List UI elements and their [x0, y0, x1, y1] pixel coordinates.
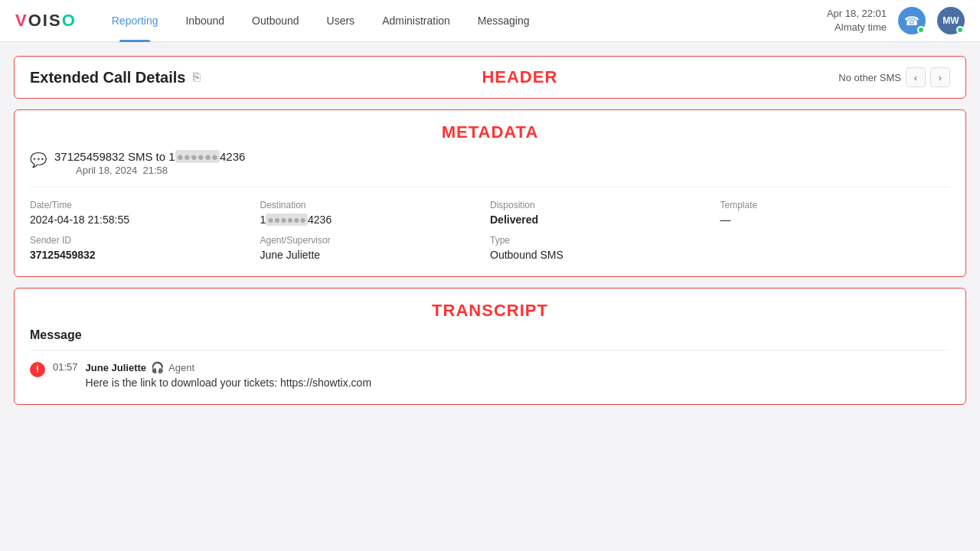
nav-users[interactable]: Users: [313, 0, 369, 42]
avatar[interactable]: MW: [937, 7, 965, 34]
message-text: Here is the link to download your ticket…: [86, 377, 372, 389]
field-datetime-label: Date/Time: [30, 200, 260, 210]
metadata-card: METADATA 💬 37125459832 SMS to 1●●●●●●423…: [14, 109, 966, 277]
field-group-2: Destination 1●●●●●●4236 Agent/Supervisor…: [260, 200, 491, 261]
header-card-left: Extended Call Details ⎘: [30, 69, 201, 86]
field-template-label: Template: [720, 200, 951, 210]
phone-status-dot: [917, 26, 925, 34]
header-card-right: No other SMS ‹ ›: [838, 67, 950, 87]
sms-from-number: 37125459832: [54, 150, 125, 163]
logo-i: I: [43, 11, 47, 31]
header-card: Extended Call Details ⎘ HEADER No other …: [14, 56, 966, 99]
sms-info-title: 37125459832 SMS to 1●●●●●●4236: [54, 150, 245, 163]
field-disposition-value: Delivered: [490, 214, 720, 226]
next-arrow[interactable]: ›: [930, 67, 950, 87]
logo-o: O: [28, 11, 41, 31]
logo-o2: O: [62, 11, 75, 31]
field-type-value: Outbound SMS: [490, 249, 720, 261]
field-agent-value: June Juliette: [260, 249, 491, 261]
nav-administration[interactable]: Administration: [368, 0, 464, 42]
sms-date: April 18, 2024 21:58: [76, 165, 245, 176]
field-destination: Destination 1●●●●●●4236: [260, 200, 491, 226]
nav-messaging[interactable]: Messaging: [464, 0, 544, 42]
field-senderid-label: Sender ID: [30, 235, 260, 246]
avatar-status-dot: [956, 26, 964, 34]
field-senderid: Sender ID 37125459832: [30, 235, 260, 261]
page-title: Extended Call Details: [30, 69, 185, 86]
sms-info: 37125459832 SMS to 1●●●●●●4236 April 18,…: [54, 150, 245, 176]
logo-v: V: [15, 11, 27, 31]
field-datetime: Date/Time 2024-04-18 21:58:55: [30, 200, 260, 226]
nav-reporting[interactable]: Reporting: [98, 0, 172, 42]
timezone: Almaty time: [827, 21, 887, 34]
field-group-4: Template —: [720, 200, 951, 261]
metadata-fields: Date/Time 2024-04-18 21:58:55 Sender ID …: [30, 200, 950, 261]
message-content: June Juliette 🎧 Agent Here is the link t…: [86, 361, 372, 389]
date-time-value: Apr 18, 22:01: [827, 7, 887, 21]
avatar-initials: MW: [942, 15, 959, 26]
metadata-section-label: METADATA: [30, 122, 950, 142]
metadata-divider: [30, 187, 950, 187]
sms-to-text: SMS to 1: [128, 150, 175, 163]
field-datetime-value: 2024-04-18 21:58:55: [30, 214, 260, 226]
logo-s: S: [49, 11, 60, 31]
datetime: Apr 18, 22:01 Almaty time: [827, 7, 887, 34]
field-type-label: Type: [490, 235, 720, 246]
sms-summary: 💬 37125459832 SMS to 1●●●●●●4236 April 1…: [30, 150, 950, 176]
headset-icon: 🎧: [151, 361, 164, 373]
message-timestamp: 01:57: [53, 361, 78, 373]
field-type: Type Outbound SMS: [490, 235, 720, 261]
field-template-value: —: [720, 214, 951, 226]
no-sms-label: No other SMS: [838, 72, 901, 83]
field-group-3: Disposition Delivered Type Outbound SMS: [490, 200, 720, 261]
nav-right: Apr 18, 22:01 Almaty time ☎ MW: [827, 7, 965, 34]
message-row: ! 01:57 June Juliette 🎧 Agent Here is th…: [30, 361, 950, 389]
topnav: VOISO Reporting Inbound Outbound Users A…: [0, 0, 980, 42]
sms-blurred: ●●●●●●: [175, 150, 220, 163]
prev-arrow[interactable]: ‹: [906, 67, 926, 87]
nav-links: Reporting Inbound Outbound Users Adminis…: [98, 0, 827, 42]
error-icon: !: [30, 362, 45, 377]
header-section-label: HEADER: [201, 67, 838, 87]
field-agent-label: Agent/Supervisor: [260, 235, 491, 246]
transcript-card: TRANSCRIPT Message ! 01:57 June Juliette…: [14, 288, 966, 405]
field-disposition: Disposition Delivered: [490, 200, 720, 226]
transcript-header: Message: [30, 328, 950, 342]
field-group-1: Date/Time 2024-04-18 21:58:55 Sender ID …: [30, 200, 260, 261]
phone-button[interactable]: ☎: [898, 7, 926, 34]
dest-blurred: ●●●●●●: [266, 214, 308, 226]
nav-outbound[interactable]: Outbound: [238, 0, 313, 42]
nav-inbound[interactable]: Inbound: [172, 0, 238, 42]
transcript-section-label: TRANSCRIPT: [30, 301, 950, 321]
message-agent-name: June Juliette: [86, 362, 146, 373]
field-agent: Agent/Supervisor June Juliette: [260, 235, 491, 261]
field-disposition-label: Disposition: [490, 200, 720, 210]
field-destination-value: 1●●●●●●4236: [260, 214, 491, 226]
copy-icon[interactable]: ⎘: [193, 70, 201, 84]
message-meta: June Juliette 🎧 Agent: [86, 361, 372, 373]
field-destination-label: Destination: [260, 200, 491, 210]
sms-to-suffix: 4236: [220, 150, 245, 163]
logo: VOISO: [15, 11, 75, 31]
main-content: Extended Call Details ⎘ HEADER No other …: [0, 42, 980, 419]
message-role: Agent: [168, 362, 194, 373]
sms-icon: 💬: [30, 152, 47, 168]
transcript-divider: [30, 350, 950, 350]
field-senderid-value: 37125459832: [30, 249, 260, 261]
field-template: Template —: [720, 200, 951, 226]
